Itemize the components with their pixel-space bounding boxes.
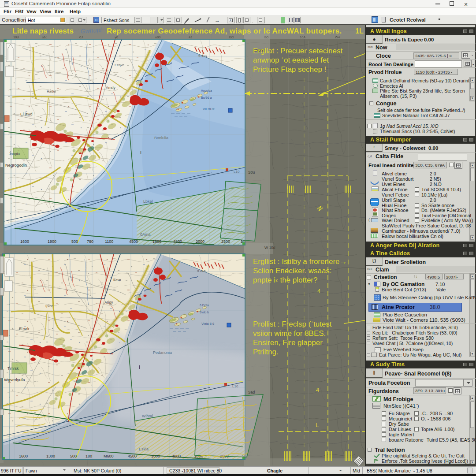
- svg-text:4: 4: [316, 387, 319, 393]
- svg-text:4: 4: [317, 288, 320, 294]
- svg-text:L: L: [316, 422, 319, 428]
- svg-text:S0u: S0u: [248, 170, 255, 175]
- svg-text:W 10d: W 10d: [264, 245, 275, 250]
